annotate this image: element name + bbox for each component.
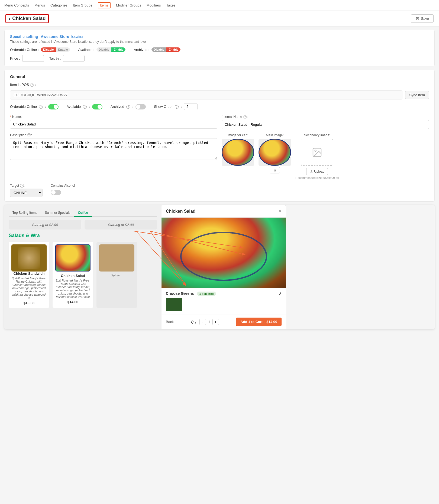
image-for-cart-box: Image for cart: xyxy=(222,133,254,166)
qty-value: 1 xyxy=(208,320,210,324)
available-info-icon[interactable]: ? xyxy=(83,105,87,109)
available-toggle[interactable]: Disable Enable xyxy=(96,47,125,52)
archived-setting: Archived : Disable Enable xyxy=(134,47,180,52)
nav-items[interactable]: Items xyxy=(98,2,111,8)
orderable-online-toggle[interactable] xyxy=(48,104,59,109)
tab-summer-specials[interactable]: Summer Specials xyxy=(41,209,74,216)
description-info-icon[interactable]: ? xyxy=(27,133,31,137)
save-button[interactable]: Save xyxy=(411,14,434,23)
qty-control: Qty: - 1 + xyxy=(191,319,219,325)
pos-info-icon[interactable]: ? xyxy=(30,83,34,87)
nav-categories[interactable]: Categories xyxy=(50,3,67,7)
archived-toggle[interactable]: Disable Enable xyxy=(151,47,180,52)
popup-footer: Back Qty: - 1 + Add 1 to Cart – $14.00 xyxy=(162,315,286,329)
menu-item-third: Spit-ro... xyxy=(96,242,137,308)
specific-setting-desc: These settings are reflected in Awesome … xyxy=(10,40,429,44)
popup-main-image xyxy=(162,218,286,288)
add-to-cart-button[interactable]: Add 1 to Cart – $14.00 xyxy=(236,318,282,326)
popup-header: Chicken Salad × xyxy=(162,205,286,218)
svg-rect-2 xyxy=(417,19,418,20)
back-button[interactable]: ‹ Chicken Salad xyxy=(5,14,49,23)
target-row: Target ?: ONLINE Contains Alcohol xyxy=(10,184,429,197)
chevron-up-icon[interactable]: ∧ xyxy=(279,291,282,296)
chicken-salad-image xyxy=(55,244,91,272)
menu-item-chicken-sandwich[interactable]: Chicken Sandwich Spit-Roasted Mary's Fre… xyxy=(9,242,49,308)
archived-info-icon[interactable]: ? xyxy=(126,105,130,109)
archived-toggle[interactable] xyxy=(135,104,146,109)
internal-name-input[interactable] xyxy=(222,120,429,129)
popup-back-link[interactable]: Back xyxy=(166,320,174,324)
popup-close-button[interactable]: × xyxy=(279,208,282,214)
nav-taxes[interactable]: Taxes xyxy=(166,3,176,7)
popup-title: Chicken Salad xyxy=(166,209,195,214)
desc-image-row: Description ?: Spit-Roasted Mary's Free-… xyxy=(10,133,429,179)
menu-item-chicken-salad[interactable]: Chicken Salad Spit-Roasted Mary's Free-R… xyxy=(53,242,93,308)
contains-alcohol-toggle[interactable] xyxy=(51,190,61,195)
price-input[interactable] xyxy=(22,55,44,62)
target-select[interactable]: ONLINE xyxy=(10,189,43,197)
delete-icon-btn[interactable] xyxy=(270,167,280,173)
menu-tabs: Top Selling Items Summer Specials Coffee xyxy=(9,209,157,217)
item-detail-popup: Chicken Salad × Choose Greens 1 selected… xyxy=(162,205,286,329)
show-order-info-icon[interactable]: ? xyxy=(175,105,179,109)
nav-modifier-groups[interactable]: Modifier Groups xyxy=(116,3,141,7)
trash-icon xyxy=(273,169,276,172)
internal-name-field: Internal Name ?: xyxy=(222,115,429,129)
description-field: Description ?: Spit-Roasted Mary's Free-… xyxy=(10,133,217,179)
upload-button[interactable]: Upload xyxy=(306,168,328,175)
popup-greens-section: Choose Greens 1 selected ∧ xyxy=(162,288,286,315)
specific-setting-section: Specific setting Awesome Store location … xyxy=(4,30,435,66)
general-title: General xyxy=(10,74,429,79)
general-toggle-row: Orderable Online ? : Available ? : Archi… xyxy=(10,103,429,110)
menu-preview: Top Selling Items Summer Specials Coffee… xyxy=(4,205,162,329)
starting-price-2: Starting at $2.00 xyxy=(85,220,157,230)
tab-coffee[interactable]: Coffee xyxy=(74,209,92,217)
pos-row: Item in POS ? : xyxy=(10,83,429,87)
general-orderable-online: Orderable Online ? : xyxy=(10,104,59,109)
nav-menu-concepts[interactable]: Menu Concepts xyxy=(4,3,29,7)
cart-image xyxy=(222,139,254,166)
pos-label: Item in POS ? : xyxy=(10,83,36,87)
nav-modifiers[interactable]: Modifiers xyxy=(147,3,161,7)
main-image xyxy=(259,139,291,166)
menu-items-row: Chicken Sandwich Spit-Roasted Mary's Fre… xyxy=(9,242,157,308)
chicken-sandwich-image xyxy=(11,244,47,272)
sync-item-button[interactable]: Sync Item xyxy=(405,91,429,99)
show-order-input[interactable] xyxy=(184,103,198,110)
greens-badge: 1 selected xyxy=(197,292,216,296)
price-field: Price : xyxy=(10,55,44,62)
cart-image-thumb xyxy=(222,139,254,166)
target-field: Target ?: ONLINE xyxy=(10,184,43,197)
general-section: General Item in POS ? : Sync Item Ordera… xyxy=(4,70,435,202)
main-image-box: Main image: xyxy=(259,133,291,173)
image-upload-section: Image for cart: Main image: Secondary im… xyxy=(222,133,429,179)
description-textarea[interactable]: Spit-Roasted Mary's Free-Range Chicken w… xyxy=(10,138,217,160)
qty-plus-button[interactable]: + xyxy=(212,319,219,325)
salads-header: Salads & Wra xyxy=(9,233,157,238)
upload-icon xyxy=(310,170,313,173)
nav-menus[interactable]: Menus xyxy=(34,3,45,7)
name-input[interactable] xyxy=(10,120,217,129)
orderable-online-toggle[interactable]: Disable Enable xyxy=(41,47,70,52)
internal-name-info-icon[interactable]: ? xyxy=(243,115,247,119)
available-toggle[interactable] xyxy=(92,104,102,109)
third-item-image xyxy=(99,244,134,272)
starting-price-row: Starting at $2.00 Starting at $2.00 xyxy=(9,220,157,230)
general-archived: Archived ? : xyxy=(111,104,146,109)
greens-image xyxy=(166,298,182,311)
name-grid: * Name: Internal Name ?: xyxy=(10,115,429,129)
general-show-order: Show Order ? : xyxy=(154,103,198,110)
pos-id-input[interactable] xyxy=(10,91,402,99)
general-available: Available ? : xyxy=(67,104,102,109)
tax-pct-input[interactable] xyxy=(63,55,85,62)
tab-top-selling[interactable]: Top Selling Items xyxy=(9,209,41,216)
alcohol-field: Contains Alcohol xyxy=(51,184,75,195)
nav-item-groups[interactable]: Item Groups xyxy=(73,3,92,7)
qty-minus-button[interactable]: - xyxy=(199,319,206,325)
store-name: Awesome Store xyxy=(41,34,69,39)
back-arrow-icon: ‹ xyxy=(9,16,10,21)
target-info-icon[interactable]: ? xyxy=(20,184,24,188)
orderable-online-info-icon[interactable]: ? xyxy=(39,105,43,109)
price-row: Price : Tax % : xyxy=(10,55,429,62)
starting-price-1: Starting at $2.00 xyxy=(9,220,81,230)
